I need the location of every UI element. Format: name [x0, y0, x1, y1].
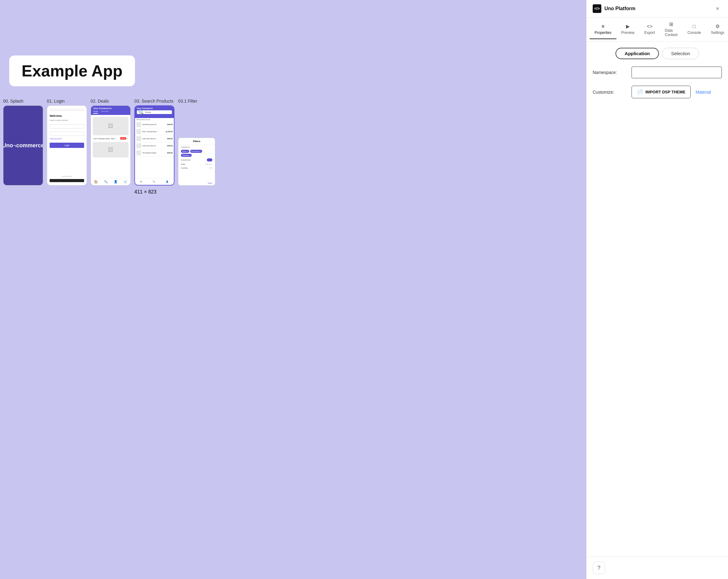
product-item-2[interactable]: Fresh Foam Hierro v6 $189.99: [135, 135, 174, 142]
filter-chip-shoes[interactable]: Shoes ×: [181, 150, 189, 153]
login-status-bar: [50, 109, 84, 111]
product-info-2: Fresh Foam Hierro v6: [142, 138, 166, 139]
product-item-3[interactable]: Fresh Foam Hierro v6 $189.99: [135, 142, 174, 150]
product-price-0: $189.99: [167, 124, 173, 125]
namespace-row: Namespace:: [593, 67, 722, 78]
namespace-label: Namespace:: [593, 70, 627, 75]
product-info-0: Norchill Armourent Hat: [142, 124, 166, 125]
screen-filter-label: 03.1 Filter: [178, 99, 197, 104]
toolbar-console-label: Console: [687, 30, 701, 35]
filter-order-value: Relevance: [205, 163, 212, 165]
customize-row: Customize: 📄 IMPORT DSP THEME Material: [593, 86, 722, 98]
screen-deals-wrapper: 02. Deals Uno Commerce Deals Favorites 🖼…: [90, 99, 131, 185]
app-title-label: Example App: [9, 55, 135, 86]
login-bottom-nav: [50, 179, 84, 182]
deals-nav-profile-icon[interactable]: 👤: [114, 180, 118, 183]
deals-nav-search-icon[interactable]: 🔍: [104, 180, 108, 183]
toolbar-settings-label: Settings: [711, 30, 724, 35]
toolbar-properties[interactable]: ≡ Properties: [590, 20, 617, 39]
search-nav-profile-icon[interactable]: 👤: [166, 181, 168, 183]
result-count: 5234 products found: [135, 118, 174, 121]
panel-content: Application Selection Namespace: Customi…: [587, 42, 728, 556]
deals-nav-home-icon[interactable]: 🏠: [94, 180, 98, 183]
app-title-text: Example App: [22, 62, 123, 80]
product-item-0[interactable]: Norchill Armourent Hat $189.99: [135, 121, 174, 128]
screen-splash[interactable]: Uno¬commerce: [3, 105, 43, 185]
panel-title-area: </> Uno Platform: [593, 4, 635, 13]
filter-categories-label: Categories: [179, 145, 215, 149]
splash-logo: Uno¬commerce: [3, 142, 43, 149]
deals-nav-cart-icon[interactable]: 🛒: [124, 180, 127, 183]
product-thumb-0: [136, 122, 141, 127]
search-bar[interactable]: 🔍 Running ×: [137, 110, 172, 114]
product-price-1: $1,229.99: [166, 131, 173, 132]
deals-header: Uno Commerce: [91, 106, 130, 110]
import-btn-label: IMPORT DSP THEME: [645, 90, 685, 94]
toolbar-export-label: Export: [644, 30, 655, 35]
product-price-4: $189.99: [167, 152, 173, 154]
login-title: Welcome.: [50, 114, 84, 117]
toolbar-data-context-label: Data Context: [665, 28, 677, 37]
filter-apply-btn[interactable]: Apply: [179, 181, 215, 185]
login-email-field[interactable]: [50, 124, 84, 129]
filter-chip-accessories[interactable]: Accessories ×: [190, 150, 202, 153]
login-button[interactable]: Login: [50, 143, 84, 148]
filters-link[interactable]: Filters: [137, 115, 172, 117]
filter-title: Filters: [179, 138, 215, 145]
product-name-1: Bond 7 Running Shoes: [142, 131, 164, 132]
screen-filter[interactable]: Filters Categories Shoes × Accessories ×…: [178, 138, 215, 185]
panel-title: Uno Platform: [604, 6, 635, 11]
toolbar-data-context[interactable]: ⊞ Data Context: [660, 18, 682, 41]
filter-instock-toggle[interactable]: [207, 158, 212, 161]
filter-order-row: Order Relevance: [179, 162, 215, 166]
help-button[interactable]: ?: [593, 562, 605, 574]
search-icon-small: 🔍: [138, 109, 144, 115]
help-icon: ?: [597, 565, 600, 571]
preview-icon: ▶: [626, 23, 630, 29]
toolbar-console[interactable]: □ Console: [682, 20, 706, 39]
material-link[interactable]: Material: [696, 90, 711, 95]
panel-footer: ?: [587, 556, 728, 579]
filter-chips: Shoes × Accessories × Headwear ×: [179, 149, 215, 157]
screens-container: 00. Splash Uno¬commerce 01. Login Welcom…: [3, 99, 215, 195]
filter-currency-value: CAD: [209, 167, 212, 169]
toggle-application-btn[interactable]: Application: [616, 48, 659, 59]
toolbar-properties-label: Properties: [595, 30, 612, 35]
screen-search[interactable]: Uno Commerce 🔍 Running × Filters 5234 pr…: [134, 105, 175, 185]
search-nav-search-active-icon[interactable]: 🔍: [153, 181, 155, 183]
deals-product-row: Carlo Tricklimate Jacket - Men's $251.24…: [91, 137, 130, 140]
product-item-1[interactable]: Bond 7 Running Shoes $1,229.99: [135, 128, 174, 135]
deals-tab-favorites[interactable]: Favorites: [101, 110, 109, 114]
product-info-4: The Absolute Freedom: [142, 152, 166, 154]
right-panel: </> Uno Platform × ≡ Properties ▶ Previe…: [586, 0, 728, 579]
deals-bottom-nav: 🏠 🔍 👤 🛒: [91, 178, 130, 185]
search-clear-icon[interactable]: ×: [170, 111, 171, 113]
login-password-field[interactable]: [50, 132, 84, 136]
filter-instock-row: In stock only: [179, 157, 215, 162]
product-price-2: $189.99: [167, 138, 173, 139]
import-dsp-theme-btn[interactable]: 📄 IMPORT DSP THEME: [631, 86, 691, 98]
toggle-selection-btn[interactable]: Selection: [662, 48, 699, 59]
filter-instock-label: In stock only: [181, 159, 190, 161]
namespace-input[interactable]: [631, 67, 722, 78]
close-button[interactable]: ×: [713, 4, 722, 13]
screen-login[interactable]: Welcome. Log in to your account Forgot p…: [47, 105, 87, 185]
settings-icon: ⚙: [716, 23, 720, 29]
screen-login-wrapper: 01. Login Welcome. Log in to your accoun…: [47, 99, 87, 185]
screen-deals[interactable]: Uno Commerce Deals Favorites 🖼 Carlo Tri…: [90, 105, 131, 185]
screen-search-wrapper: 03. Search Products Uno Commerce 🔍 Runni…: [134, 99, 175, 195]
product-thumb-3: [136, 143, 141, 148]
panel-header: </> Uno Platform ×: [587, 0, 728, 18]
product-name-2: Fresh Foam Hierro v6: [142, 138, 166, 139]
product-item-4[interactable]: The Absolute Freedom $189.99: [135, 150, 174, 157]
login-forgot-link[interactable]: Forgot password?: [50, 138, 84, 139]
toolbar-settings[interactable]: ⚙ Settings: [706, 20, 728, 39]
screen-login-label: 01. Login: [47, 99, 65, 104]
toolbar-export[interactable]: <> Export: [639, 20, 660, 39]
toolbar-preview[interactable]: ▶ Preview: [617, 20, 640, 39]
filter-chip-headwear[interactable]: Headwear ×: [181, 154, 192, 157]
deals-tab-deals[interactable]: Deals: [94, 110, 98, 114]
deals-tabs: Deals Favorites: [91, 110, 130, 115]
search-nav-deals-icon[interactable]: ⊞: [140, 181, 142, 183]
screen-filter-wrapper: 03.1 Filter Filters Categories Shoes × A…: [178, 99, 215, 185]
